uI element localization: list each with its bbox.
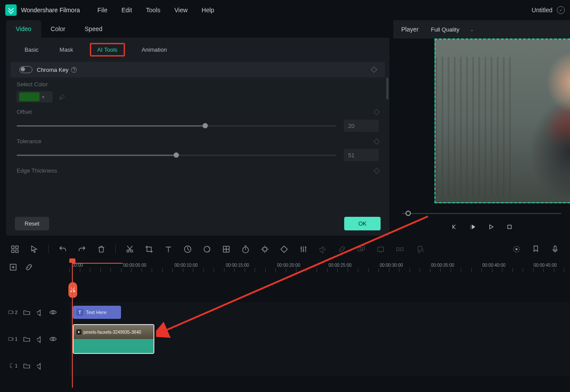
offset-slider-thumb[interactable]: [203, 123, 208, 128]
track-link-icon[interactable]: [25, 263, 33, 272]
player-scrub[interactable]: [393, 208, 570, 218]
offset-slider[interactable]: [17, 125, 336, 127]
scrollbar[interactable]: [386, 78, 388, 99]
preview-area[interactable]: [393, 39, 570, 208]
playhead[interactable]: [72, 258, 73, 388]
timer-icon[interactable]: [241, 245, 250, 254]
adjust-icon[interactable]: [222, 245, 231, 254]
link-icon[interactable]: [338, 245, 346, 254]
crop-icon[interactable]: [145, 245, 153, 254]
group-icon[interactable]: [357, 245, 366, 254]
scrub-thumb[interactable]: [406, 211, 411, 216]
menubar: Wondershare Filmora File Edit Tools View…: [0, 0, 570, 20]
color-icon[interactable]: [203, 245, 211, 254]
add-track-icon[interactable]: [9, 263, 18, 272]
player-label: Player: [401, 26, 419, 33]
chroma-toggle[interactable]: [19, 66, 32, 73]
export-frame-icon[interactable]: [376, 245, 385, 254]
marker-icon[interactable]: [531, 245, 540, 254]
quality-select[interactable]: Full Quality ⌄: [427, 25, 478, 35]
eyedropper-icon[interactable]: [59, 93, 66, 100]
track-header-video1: 1: [0, 322, 69, 356]
menu-view[interactable]: View: [175, 7, 188, 14]
tolerance-label: Tolerance: [17, 138, 41, 145]
subtab-ai-tools[interactable]: AI Tools: [90, 43, 125, 57]
motion-tracking-icon[interactable]: [260, 245, 269, 254]
play-icon[interactable]: [487, 222, 495, 231]
reset-button[interactable]: Reset: [15, 217, 49, 230]
svg-rect-0: [508, 225, 511, 229]
color-picker-button[interactable]: ▾: [17, 91, 53, 102]
mute-icon[interactable]: [36, 335, 44, 343]
detach-audio-icon[interactable]: [318, 245, 327, 254]
folder-icon[interactable]: [23, 361, 31, 370]
tab-speed[interactable]: Speed: [75, 20, 112, 38]
timeline-content[interactable]: 00:0000:00:05:0000:00:10:0000:00:15:0000…: [69, 258, 570, 376]
layout-icon[interactable]: [11, 245, 19, 254]
player-controls: [393, 218, 570, 236]
chroma-key-header[interactable]: Chroma Key ?: [11, 62, 385, 78]
subtab-mask[interactable]: Mask: [55, 45, 78, 55]
tolerance-slider-thumb[interactable]: [174, 152, 179, 158]
subtab-animation[interactable]: Animation: [137, 45, 171, 55]
speed-ramp-icon[interactable]: [183, 245, 192, 254]
stop-icon[interactable]: [505, 222, 514, 231]
svg-rect-24: [9, 338, 12, 341]
ruler-time: 00:00:45:00: [534, 263, 557, 268]
delete-icon[interactable]: [97, 245, 106, 254]
keyframe-icon[interactable]: [280, 245, 289, 254]
timeline-ruler[interactable]: 00:0000:00:05:0000:00:10:0000:00:15:0000…: [69, 258, 570, 276]
visibility-icon[interactable]: [49, 308, 57, 317]
visibility-icon[interactable]: [49, 335, 57, 343]
folder-icon[interactable]: [23, 335, 31, 343]
app-title: Wondershare Filmora: [21, 7, 80, 14]
menu-tools[interactable]: Tools: [146, 7, 160, 14]
project-name[interactable]: Untitled: [532, 7, 552, 14]
mixer-icon[interactable]: [299, 245, 308, 254]
tolerance-keyframe-icon[interactable]: [374, 138, 380, 144]
play-pause-icon[interactable]: [468, 222, 477, 231]
redo-icon[interactable]: [78, 245, 86, 254]
audio-track-icon: 1: [8, 363, 18, 369]
voiceover-icon[interactable]: [551, 245, 559, 254]
cloud-sync-icon[interactable]: ✓: [557, 6, 565, 14]
folder-icon[interactable]: [23, 308, 31, 317]
video-clip[interactable]: pexels-fauxels-3249935-3840: [73, 324, 154, 354]
top-tabs: Video Color Speed: [6, 20, 389, 38]
offset-value[interactable]: 20: [344, 120, 379, 132]
chroma-keyframe-icon[interactable]: [371, 67, 377, 73]
cut-icon[interactable]: [125, 245, 134, 254]
offset-keyframe-icon[interactable]: [374, 109, 380, 115]
menu-edit[interactable]: Edit: [121, 7, 132, 14]
track-audio1[interactable]: [69, 356, 570, 376]
preview-frame[interactable]: [435, 39, 570, 203]
undo-icon[interactable]: [58, 245, 67, 254]
ruler-time: 00:00:25:00: [328, 263, 352, 268]
edge-keyframe-icon[interactable]: [374, 167, 380, 173]
text-clip[interactable]: T Text Here: [73, 306, 121, 319]
prev-frame-icon[interactable]: [450, 222, 459, 231]
mute-icon[interactable]: [36, 308, 44, 317]
text-icon[interactable]: [164, 245, 173, 254]
render-icon[interactable]: [395, 245, 404, 254]
subtab-basic[interactable]: Basic: [20, 45, 43, 55]
svg-rect-3: [16, 246, 18, 249]
menu-help[interactable]: Help: [202, 7, 214, 14]
pointer-icon[interactable]: [30, 245, 39, 254]
cut-handle-icon[interactable]: [68, 282, 77, 298]
ok-button[interactable]: OK: [344, 217, 381, 230]
chevron-down-icon: ▾: [42, 95, 44, 99]
ruler-time: 00:00:35:00: [431, 263, 454, 268]
svg-rect-17: [401, 248, 403, 251]
mute-icon[interactable]: [36, 361, 44, 370]
help-icon[interactable]: ?: [71, 67, 77, 73]
audio-music-icon[interactable]: [415, 245, 424, 254]
tab-video[interactable]: Video: [6, 20, 41, 38]
track-video2[interactable]: T Text Here: [69, 302, 570, 322]
track-video1[interactable]: pexels-fauxels-3249935-3840: [69, 322, 570, 356]
tolerance-value[interactable]: 51: [344, 149, 379, 161]
tab-color[interactable]: Color: [41, 20, 75, 38]
menu-file[interactable]: File: [97, 7, 107, 14]
render-preview-icon[interactable]: [512, 245, 521, 254]
tolerance-slider[interactable]: [17, 155, 336, 156]
